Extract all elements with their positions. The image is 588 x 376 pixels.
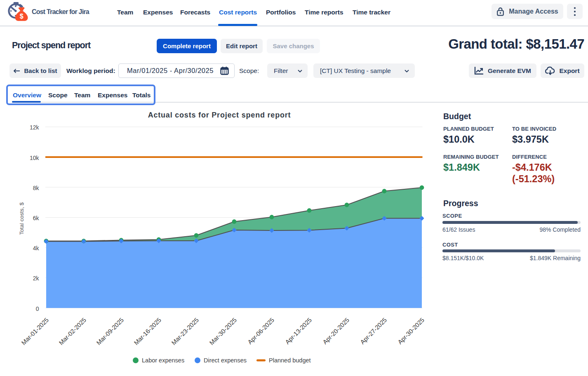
svg-text:4k: 4k [33, 245, 40, 251]
svg-text:Total costs, $: Total costs, $ [19, 202, 25, 235]
svg-text:8k: 8k [33, 185, 40, 191]
svg-text:Mar-23-2025: Mar-23-2025 [170, 316, 200, 346]
svg-text:Direct expenses: Direct expenses [204, 357, 247, 364]
svg-text:Planned budget: Planned budget [269, 357, 311, 364]
svg-text:Apr-27-2025: Apr-27-2025 [359, 316, 388, 345]
svg-text:2k: 2k [33, 275, 40, 282]
svg-text:$: $ [20, 13, 24, 20]
svg-text:Mar-16-2025: Mar-16-2025 [132, 316, 162, 346]
svg-text:12k: 12k [30, 124, 40, 131]
svg-text:Mar-30-2025: Mar-30-2025 [208, 316, 238, 346]
svg-text:Apr-13-2025: Apr-13-2025 [284, 316, 313, 345]
svg-text:6k: 6k [33, 215, 40, 221]
svg-text:Actual costs for Project spend: Actual costs for Project spend report [148, 111, 291, 119]
svg-text:10k: 10k [30, 155, 40, 161]
svg-text:0: 0 [36, 306, 39, 312]
svg-text:Mar-02-2025: Mar-02-2025 [57, 316, 87, 346]
svg-text:Apr-06-2025: Apr-06-2025 [246, 316, 275, 345]
svg-text:Labor expenses: Labor expenses [142, 357, 184, 364]
svg-text:Mar-09-2025: Mar-09-2025 [95, 316, 125, 346]
svg-text:Mar-01-2025: Mar-01-2025 [20, 316, 50, 346]
svg-text:Apr-20-2025: Apr-20-2025 [321, 316, 350, 345]
svg-text:Apr-30-2025: Apr-30-2025 [396, 316, 426, 345]
